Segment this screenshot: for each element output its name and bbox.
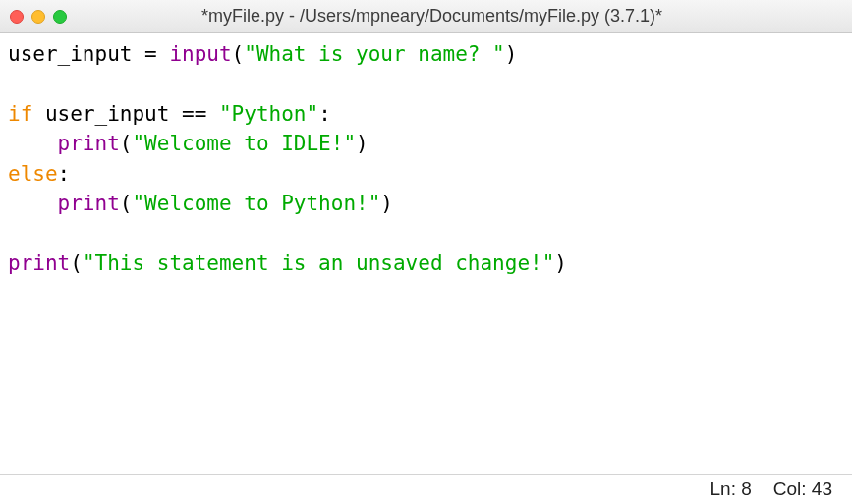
code-token-builtin: print [8, 252, 70, 275]
code-token-indent [8, 192, 58, 215]
code-line[interactable]: print("Welcome to Python!") [8, 192, 393, 215]
code-token-paren: ) [505, 42, 518, 66]
status-column: Col: 43 [773, 478, 832, 500]
code-token-paren: ) [356, 132, 369, 155]
code-token-string: "Welcome to Python!" [132, 192, 380, 215]
status-line: Ln: 8 [710, 478, 752, 500]
code-token-keyword: if [8, 102, 32, 126]
code-token-builtin: print [58, 192, 120, 215]
code-token-paren: ( [120, 192, 133, 215]
code-editor[interactable]: user_input = input("What is your name? "… [0, 33, 852, 475]
status-column-value: 43 [812, 478, 832, 499]
code-line[interactable]: print("Welcome to IDLE!") [8, 132, 369, 155]
code-token-indent [8, 132, 58, 155]
code-line[interactable]: else: [8, 162, 70, 186]
idle-editor-window: *myFile.py - /Users/mpneary/Documents/my… [0, 0, 852, 504]
status-line-label: Ln: [710, 478, 742, 499]
code-token-paren: ( [70, 252, 83, 275]
code-token-keyword: else [8, 162, 58, 186]
code-token-string: "Welcome to IDLE!" [132, 132, 356, 155]
code-line[interactable]: if user_input == "Python": [8, 102, 331, 126]
code-token-operator: = [132, 42, 169, 66]
titlebar[interactable]: *myFile.py - /Users/mpneary/Documents/my… [0, 0, 852, 33]
code-token-string: "What is your name? " [244, 42, 505, 66]
code-token-paren: ( [120, 132, 133, 155]
code-token-operator: == [169, 102, 219, 126]
code-token-paren: ) [380, 192, 393, 215]
code-token-string: "Python" [219, 102, 318, 126]
code-line[interactable]: print("This statement is an unsaved chan… [8, 252, 567, 275]
code-token-builtin: print [58, 132, 120, 155]
status-bar: Ln: 8 Col: 43 [0, 475, 852, 504]
code-token-identifier: user_input [45, 102, 169, 126]
code-token-colon: : [318, 102, 331, 126]
code-token-paren: ( [232, 42, 245, 66]
window-title: *myFile.py - /Users/mpneary/Documents/my… [22, 6, 842, 27]
code-token-string: "This statement is an unsaved change!" [83, 252, 554, 275]
code-token-paren: ) [554, 252, 567, 275]
code-line[interactable]: user_input = input("What is your name? "… [8, 42, 517, 66]
code-token-identifier: user_input [8, 42, 132, 66]
status-line-value: 8 [741, 478, 752, 499]
code-token-colon: : [58, 162, 71, 186]
code-token-space [32, 102, 45, 126]
status-column-label: Col: [773, 478, 812, 499]
code-token-builtin: input [169, 42, 231, 66]
